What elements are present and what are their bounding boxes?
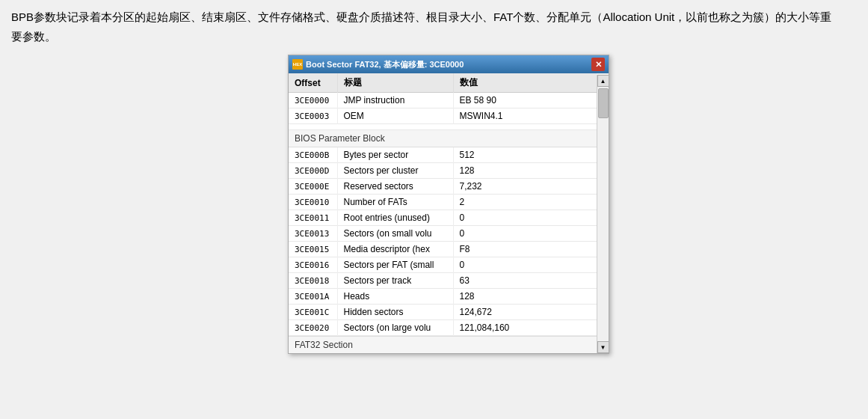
cell-label: Sectors per FAT (small bbox=[337, 257, 453, 273]
cell-label: Sectors (on small volu bbox=[337, 226, 453, 242]
cell-label: Heads bbox=[337, 289, 453, 305]
table-row[interactable]: 3CE0015Media descriptor (hexF8 bbox=[289, 242, 597, 257]
dialog-window: HEX Boot Sector FAT32, 基本偏移量: 3CE0000 ✕ … bbox=[288, 55, 609, 354]
window-title: Boot Sector FAT32, 基本偏移量: 3CE0000 bbox=[306, 59, 464, 70]
cell-offset: 3CE0015 bbox=[289, 242, 337, 257]
table-row[interactable]: 3CE000BBytes per sector512 bbox=[289, 147, 597, 163]
cell-value: 0 bbox=[453, 257, 597, 273]
cell-value: 128 bbox=[453, 163, 597, 179]
table-row[interactable]: 3CE001CHidden sectors124,672 bbox=[289, 305, 597, 320]
cell-value: EB 58 90 bbox=[453, 93, 597, 108]
cell-value: 512 bbox=[453, 147, 597, 163]
cell-value: 124,672 bbox=[453, 305, 597, 320]
table-header-row: Offset 标题 数值 bbox=[289, 73, 597, 93]
cell-label: Root entries (unused) bbox=[337, 210, 453, 226]
cell-value: 7,232 bbox=[453, 179, 597, 195]
cell-label: Number of FATs bbox=[337, 195, 453, 210]
close-button[interactable]: ✕ bbox=[591, 58, 605, 71]
title-bar-left: HEX Boot Sector FAT32, 基本偏移量: 3CE0000 bbox=[292, 59, 464, 70]
scrollbar[interactable]: ▲ ▼ bbox=[597, 75, 609, 353]
boot-sector-table: Offset 标题 数值 3CE0000JMP instructionEB 58… bbox=[289, 73, 597, 336]
cell-offset: 3CE0003 bbox=[289, 108, 337, 124]
section-label: BIOS Parameter Block bbox=[289, 130, 597, 147]
table-row[interactable]: 3CE0010Number of FATs2 bbox=[289, 195, 597, 210]
table-row[interactable]: 3CE0000JMP instructionEB 58 90 bbox=[289, 93, 597, 108]
cell-value: 2 bbox=[453, 195, 597, 210]
scroll-up-button[interactable]: ▲ bbox=[597, 75, 609, 87]
cell-offset: 3CE000B bbox=[289, 147, 337, 163]
cell-label: JMP instruction bbox=[337, 93, 453, 108]
cell-offset: 3CE0020 bbox=[289, 320, 337, 336]
table-row[interactable] bbox=[289, 124, 597, 130]
col-header-label: 标题 bbox=[337, 73, 453, 93]
cell-value: 0 bbox=[453, 226, 597, 242]
table-row[interactable]: 3CE001AHeads128 bbox=[289, 289, 597, 305]
cell-label: Sectors (on large volu bbox=[337, 320, 453, 336]
cell-value: 121,084,160 bbox=[453, 320, 597, 336]
cell-offset: 3CE0018 bbox=[289, 273, 337, 289]
table-row[interactable]: 3CE0020Sectors (on large volu121,084,160 bbox=[289, 320, 597, 336]
cell-label: Bytes per sector bbox=[337, 147, 453, 163]
table-row[interactable]: 3CE000DSectors per cluster128 bbox=[289, 163, 597, 179]
cell-label: Hidden sectors bbox=[337, 305, 453, 320]
cell-offset: 3CE0013 bbox=[289, 226, 337, 242]
cell-value: 128 bbox=[453, 289, 597, 305]
cell-offset: 3CE001A bbox=[289, 289, 337, 305]
table-row[interactable]: 3CE0016Sectors per FAT (small0 bbox=[289, 257, 597, 273]
table-row[interactable]: 3CE000EReserved sectors7,232 bbox=[289, 179, 597, 195]
intro-text: BPB参数块记录着本分区的起始扇区、结束扇区、文件存储格式、硬盘介质描述符、根目… bbox=[11, 7, 834, 46]
app-icon: HEX bbox=[292, 59, 303, 70]
table-row[interactable]: BIOS Parameter Block bbox=[289, 130, 597, 147]
table-row[interactable]: 3CE0011Root entries (unused)0 bbox=[289, 210, 597, 226]
cell-value: 63 bbox=[453, 273, 597, 289]
cell-value: MSWIN4.1 bbox=[453, 108, 597, 124]
title-bar: HEX Boot Sector FAT32, 基本偏移量: 3CE0000 ✕ bbox=[289, 55, 609, 73]
cell-offset: 3CE000E bbox=[289, 179, 337, 195]
cell-offset: 3CE0000 bbox=[289, 93, 337, 108]
scroll-down-button[interactable]: ▼ bbox=[597, 341, 609, 353]
cell-value: 0 bbox=[453, 210, 597, 226]
cell-label: Sectors per track bbox=[337, 273, 453, 289]
table-row[interactable]: 3CE0018Sectors per track63 bbox=[289, 273, 597, 289]
table-row[interactable]: 3CE0013Sectors (on small volu0 bbox=[289, 226, 597, 242]
cell-offset: 3CE0010 bbox=[289, 195, 337, 210]
cell-label: Sectors per cluster bbox=[337, 163, 453, 179]
col-header-value: 数值 bbox=[453, 73, 597, 93]
cell-offset: 3CE0011 bbox=[289, 210, 337, 226]
cell-label: OEM bbox=[337, 108, 453, 124]
cell-offset: 3CE001C bbox=[289, 305, 337, 320]
cell-offset: 3CE0016 bbox=[289, 257, 337, 273]
cell-label: Media descriptor (hex bbox=[337, 242, 453, 257]
cell-label: Reserved sectors bbox=[337, 179, 453, 195]
cell-value: F8 bbox=[453, 242, 597, 257]
table-row[interactable]: 3CE0003OEMMSWIN4.1 bbox=[289, 108, 597, 124]
col-header-offset: Offset bbox=[289, 73, 337, 93]
scroll-thumb[interactable] bbox=[598, 88, 609, 118]
cell-offset: 3CE000D bbox=[289, 163, 337, 179]
data-table-container: Offset 标题 数值 3CE0000JMP instructionEB 58… bbox=[289, 73, 597, 336]
footer-section: FAT32 Section bbox=[289, 336, 609, 353]
spacer-cell bbox=[289, 124, 597, 130]
